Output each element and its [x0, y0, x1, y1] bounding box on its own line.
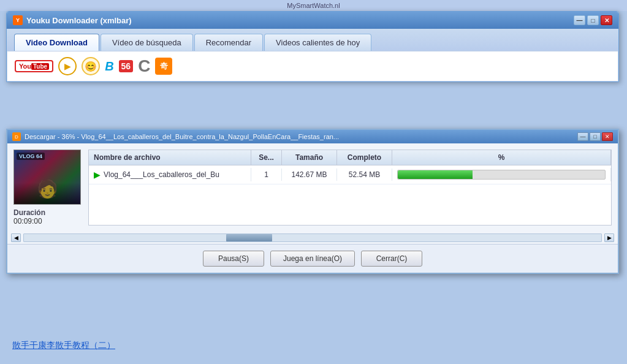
pause-button[interactable]: Pausa(S)	[203, 251, 264, 267]
letv-icon[interactable]: C	[138, 58, 150, 75]
filename: Vlog_64___Los_caballeros_del_Bu	[104, 170, 219, 179]
column-complete: Completo	[337, 150, 392, 165]
title-controls: — □ ✕	[574, 15, 612, 25]
progress-bar-fill	[398, 170, 473, 179]
video-thumbnail: VLOG 64 VLOG 64 🧑	[13, 150, 81, 205]
dialog-close-button[interactable]: ✕	[602, 132, 613, 141]
window-title: Youku Downloader (xmlbar)	[26, 16, 132, 25]
icons-bar: You Tube ▶ 😊 B 56 C 奇	[7, 51, 618, 82]
cell-percent	[392, 168, 611, 181]
tab-recomendar[interactable]: Recomendar	[194, 34, 263, 51]
dialog-body: VLOG 64 VLOG 64 🧑 Duración 00:09:00 Nomb…	[7, 143, 618, 232]
youtube-tube: Tube	[31, 63, 49, 70]
close-button[interactable]: Cerrar(C)	[361, 251, 422, 267]
row-play-icon: ▶	[94, 170, 101, 180]
title-bar: Y Youku Downloader (xmlbar) — □ ✕	[7, 12, 618, 29]
cell-size: 142.67 MB	[282, 169, 337, 181]
tab-hot-videos[interactable]: Videos calientes de hoy	[264, 34, 371, 51]
column-size: Tamaño	[282, 150, 337, 165]
scroll-track[interactable]	[23, 233, 602, 242]
dialog-title-bar: D Descargar - 36% - Vlog_64__Los_caballe…	[7, 130, 618, 143]
cell-name: ▶ Vlog_64___Los_caballeros_del_Bu	[89, 168, 251, 181]
video-tag: VLOG 64	[17, 153, 45, 160]
thumbnail-section: VLOG 64 VLOG 64 🧑 Duración 00:09:00	[13, 150, 81, 226]
progress-bar-container	[397, 170, 606, 180]
app-icon: Y	[13, 15, 23, 25]
cell-complete: 52.54 MB	[337, 169, 392, 181]
download-dialog: D Descargar - 36% - Vlog_64__Los_caballe…	[6, 129, 619, 274]
youtube-logo[interactable]: You Tube	[15, 60, 53, 72]
face-icon[interactable]: 😊	[82, 57, 100, 75]
minimize-button[interactable]: —	[574, 15, 585, 25]
bottom-link[interactable]: 散手干康李散手教程（二）	[12, 340, 115, 346]
dialog-controls: — □ ✕	[577, 132, 613, 141]
scroll-thumb[interactable]	[226, 234, 272, 241]
dialog-maximize-button[interactable]: □	[590, 132, 601, 141]
dialog-buttons: Pausa(S) Juega en línea(O) Cerrar(C)	[7, 244, 618, 273]
duration-value: 00:09:00	[13, 217, 81, 226]
scroll-right-arrow[interactable]: ▶	[604, 233, 614, 242]
tab-video-download[interactable]: Video Download	[14, 34, 99, 51]
video-duration: Duración 00:09:00	[13, 208, 81, 226]
dialog-title-left: D Descargar - 36% - Vlog_64__Los_caballe…	[12, 132, 339, 141]
column-se: Se...	[251, 150, 282, 165]
dialog-minimize-button[interactable]: —	[577, 132, 588, 141]
scrollbar-area: ◀ ▶	[7, 232, 618, 244]
title-bar-left: Y Youku Downloader (xmlbar)	[13, 15, 132, 25]
cell-se: 1	[251, 169, 282, 181]
play-online-button[interactable]: Juega en línea(O)	[270, 251, 355, 267]
qi-icon[interactable]: 奇	[155, 58, 172, 75]
youtube-you: You	[19, 63, 31, 70]
person-figure: 🧑	[37, 179, 58, 199]
dialog-title: Descargar - 36% - Vlog_64__Los_caballero…	[25, 133, 339, 140]
download-table: Nombre de archivo Se... Tamaño Completo …	[88, 150, 612, 226]
maximize-button[interactable]: □	[587, 15, 599, 25]
top-hint: MySmartWatch.nl	[0, 0, 627, 11]
tabs-area: Video Download Vídeo de búsqueda Recomen…	[7, 29, 618, 51]
scroll-left-arrow[interactable]: ◀	[11, 233, 21, 242]
table-header: Nombre de archivo Se... Tamaño Completo …	[89, 150, 611, 165]
main-window: Y Youku Downloader (xmlbar) — □ ✕ Video …	[6, 11, 619, 82]
bilibili-icon[interactable]: B	[105, 59, 113, 74]
dialog-app-icon: D	[12, 132, 21, 141]
table-row: ▶ Vlog_64___Los_caballeros_del_Bu 1 142.…	[89, 165, 611, 184]
column-percent: %	[392, 150, 611, 165]
tab-video-search[interactable]: Vídeo de búsqueda	[101, 34, 193, 51]
column-name: Nombre de archivo	[89, 150, 251, 165]
youku-icon[interactable]: ▶	[58, 57, 77, 75]
56-icon[interactable]: 56	[119, 60, 134, 72]
close-window-button[interactable]: ✕	[601, 15, 612, 25]
duration-label: Duración	[13, 208, 81, 217]
